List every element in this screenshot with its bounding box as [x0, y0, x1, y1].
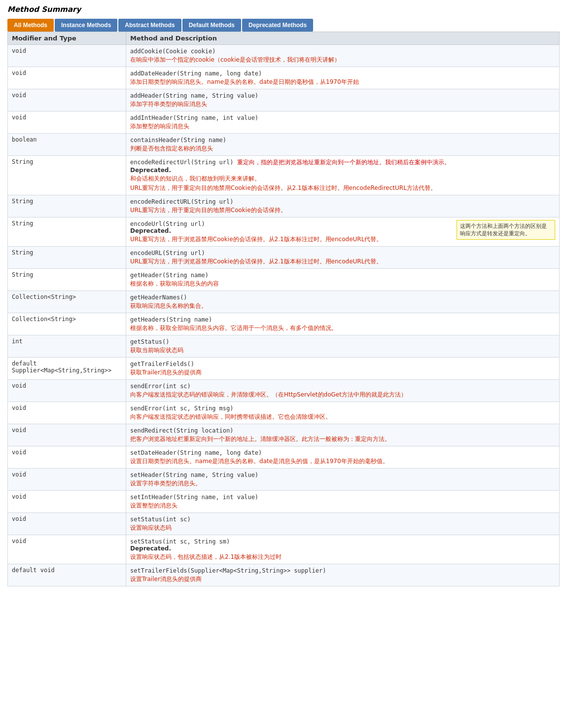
modifier-cell: default Supplier<Map<String,String>>	[8, 358, 126, 380]
method-description: 添加字符串类型的响应消息头	[130, 100, 555, 109]
method-description: 获取当前响应状态码	[130, 346, 555, 355]
tab-bar: All Methods Instance Methods Abstract Me…	[7, 19, 560, 32]
modifier-cell: void	[8, 45, 126, 67]
method-cell: getTrailerFields()获取Trailer消息头的提供商	[126, 358, 560, 380]
table-row: voidaddIntHeader(String name, int value)…	[8, 111, 560, 134]
method-description: 添加整型的响应消息头	[130, 122, 555, 131]
table-row: voidaddDateHeader(String name, long date…	[8, 67, 560, 89]
table-row: voidsetHeader(String name, String value)…	[8, 469, 560, 491]
modifier-cell: void	[8, 535, 126, 564]
method-cell: sendError(int sc)向客户端发送指定状态码的错误响应，并清除缓冲区…	[126, 380, 560, 402]
method-description: 向客户端发送指定状态码的错误响应，并清除缓冲区。（在HttpServlet的do…	[130, 391, 555, 399]
method-cell: addCookie(Cookie cookie)在响应中添加一个指定的cooki…	[126, 45, 560, 67]
method-cell: getStatus()获取当前响应状态码	[126, 335, 560, 358]
method-description: 获取响应消息头名称的集合。	[130, 302, 555, 310]
method-description: URL重写方法，用于重定向目的地禁用Cookie的会话保持。从2.1版本标注过时…	[130, 184, 555, 192]
tab-instance-methods[interactable]: Instance Methods	[55, 19, 117, 32]
method-cell: setStatus(int sc, String sm)Deprecated.设…	[126, 535, 560, 564]
table-row: booleancontainsHeader(String name)判断是否包含…	[8, 134, 560, 156]
tab-all-methods[interactable]: All Methods	[7, 19, 54, 32]
method-cell: setHeader(String name, String value)设置字符…	[126, 469, 560, 491]
method-description: 设置日期类型的消息头。name是消息头的名称。date是消息头的值，是从1970…	[130, 457, 555, 466]
method-sig: addCookie(Cookie cookie)	[130, 47, 555, 55]
modifier-cell: void	[8, 446, 126, 469]
method-extra-desc: 和会话相关的知识点，我们都放到明天来来讲解。	[130, 175, 555, 183]
method-cell: sendError(int sc, String msg)向客户端发送指定状态的…	[126, 402, 560, 424]
table-row: voidsetDateHeader(String name, long date…	[8, 446, 560, 469]
method-description: 获取Trailer消息头的提供商	[130, 368, 555, 377]
modifier-cell: void	[8, 402, 126, 424]
method-sig: addDateHeader(String name, long date)	[130, 70, 555, 77]
method-description: 向客户端发送指定状态的错误响应，同时携带错误描述。它也会清除缓冲区。	[130, 413, 555, 421]
method-cell: setTrailerFields(Supplier<Map<String,Str…	[126, 564, 560, 586]
table-row: default voidsetTrailerFields(Supplier<Ma…	[8, 564, 560, 586]
table-row: intgetStatus()获取当前响应状态码	[8, 335, 560, 358]
method-description: URL重写方法，用于重定向目的地禁用Cookie的会话保持。	[130, 206, 555, 215]
method-sig: setHeader(String name, String value)	[130, 471, 555, 478]
method-description: 根据名称，获取响应消息头的内容	[130, 280, 555, 288]
deprecated-label: Deprecated.	[130, 545, 555, 552]
col-method-header: Method and Description	[126, 32, 560, 45]
method-cell: containsHeader(String name)判断是否包含指定名称的消息…	[126, 134, 560, 156]
method-description: 设置响应状态码，包括状态描述，从2.1版本被标注为过时	[130, 553, 555, 561]
table-row: StringencodeURL(String url)URL重写方法，用于浏览器…	[8, 247, 560, 269]
tab-deprecated-methods[interactable]: Deprecated Methods	[242, 19, 313, 32]
table-row: StringencodeRedirectURL(String url)URL重写…	[8, 195, 560, 218]
modifier-cell: void	[8, 67, 126, 89]
method-sig: getStatus()	[130, 338, 555, 345]
method-cell: encodeURL(String url)URL重写方法，用于浏览器禁用Cook…	[126, 247, 560, 269]
table-row: voidsetStatus(int sc, String sm)Deprecat…	[8, 535, 560, 564]
modifier-cell: default void	[8, 564, 126, 586]
method-sig: addIntHeader(String name, int value)	[130, 114, 555, 121]
method-description: 根据名称，获取全部响应消息头内容。它适用于一个消息头，有多个值的情况。	[130, 324, 555, 332]
modifier-cell: Collection<String>	[8, 313, 126, 335]
method-cell: addHeader(String name, String value)添加字符…	[126, 89, 560, 111]
method-description: 设置Trailer消息头的提供商	[130, 575, 555, 583]
table-row: voidaddCookie(Cookie cookie)在响应中添加一个指定的c…	[8, 45, 560, 67]
method-sig: addHeader(String name, String value)	[130, 92, 555, 99]
table-row: voidsetIntHeader(String name, int value)…	[8, 491, 560, 513]
method-description: 在响应中添加一个指定的cookie（cookie是会话管理技术，我们将在明天讲解…	[130, 56, 555, 64]
method-cell: setDateHeader(String name, long date)设置日…	[126, 446, 560, 469]
method-cell: setStatus(int sc)设置响应状态码	[126, 513, 560, 535]
modifier-cell: void	[8, 513, 126, 535]
method-sig: setStatus(int sc)	[130, 515, 555, 523]
method-sig: sendError(int sc)	[130, 382, 555, 390]
page-title: Method Summary	[7, 5, 560, 14]
col-modifier-header: Modifier and Type	[8, 32, 126, 45]
method-description: URL重写方法，用于浏览器禁用Cookie的会话保持。从2.1版本标注过时。用e…	[130, 257, 555, 266]
method-cell: sendRedirect(String location)把客户浏览器地址栏重新…	[126, 424, 560, 446]
modifier-cell: void	[8, 424, 126, 446]
table-row: Collection<String>getHeaderNames()获取响应消息…	[8, 291, 560, 313]
table-row: StringencodeRedirectUrl(String url) 重定向，…	[8, 156, 560, 195]
method-description: 设置响应状态码	[130, 524, 555, 532]
method-cell: encodeRedirectURL(String url)URL重写方法，用于重…	[126, 195, 560, 218]
method-sig: setStatus(int sc, String sm)	[130, 538, 555, 545]
table-row: voidsetStatus(int sc)设置响应状态码	[8, 513, 560, 535]
method-sig: setDateHeader(String name, long date)	[130, 449, 555, 456]
deprecated-label: Deprecated.	[130, 167, 555, 174]
method-sig: getHeaderNames()	[130, 293, 555, 301]
tab-abstract-methods[interactable]: Abstract Methods	[118, 19, 181, 32]
method-sig: sendRedirect(String location)	[130, 427, 555, 434]
method-sig: getHeaders(String name)	[130, 316, 555, 323]
tab-default-methods[interactable]: Default Methods	[182, 19, 241, 32]
table-row: Collection<String>getHeaders(String name…	[8, 313, 560, 335]
method-description: 设置整型的消息头	[130, 502, 555, 510]
method-sig: encodeRedirectURL(String url)	[130, 198, 555, 205]
modifier-cell: String	[8, 247, 126, 269]
side-note: 这两个方法和上面两个方法的区别是响应方式是转发还是重定向。	[457, 220, 555, 240]
modifier-cell: String	[8, 218, 126, 247]
method-cell: setIntHeader(String name, int value)设置整型…	[126, 491, 560, 513]
modifier-cell: void	[8, 111, 126, 134]
modifier-cell: int	[8, 335, 126, 358]
method-description: 添加日期类型的响应消息头。name是头的名称。date是日期的毫秒值，从1970…	[130, 78, 555, 86]
modifier-cell: Collection<String>	[8, 291, 126, 313]
modifier-cell: String	[8, 195, 126, 218]
table-row: voidsendError(int sc, String msg)向客户端发送指…	[8, 402, 560, 424]
modifier-cell: void	[8, 89, 126, 111]
table-row: StringgetHeader(String name)根据名称，获取响应消息头…	[8, 269, 560, 291]
method-sig: getTrailerFields()	[130, 360, 555, 367]
method-cell: getHeaders(String name)根据名称，获取全部响应消息头内容。…	[126, 313, 560, 335]
method-sig: sendError(int sc, String msg)	[130, 404, 555, 412]
